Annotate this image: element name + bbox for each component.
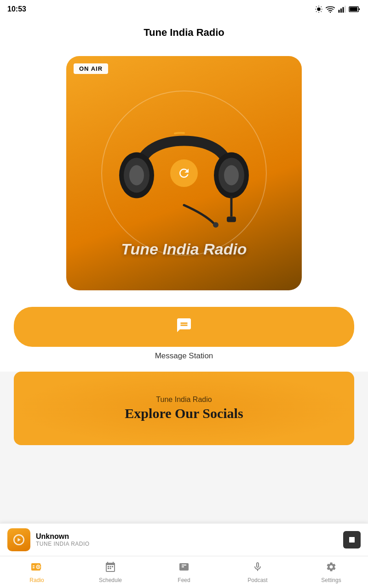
- nav-item-settings[interactable]: Settings: [294, 558, 368, 587]
- nav-item-podcast[interactable]: Podcast: [221, 558, 294, 587]
- radio-nav-icon: [31, 561, 42, 575]
- wifi-icon: [326, 5, 335, 13]
- status-bar: 10:53: [0, 0, 368, 18]
- svg-point-0: [317, 7, 321, 11]
- gear-icon: [326, 561, 337, 572]
- display-icon: [315, 5, 323, 13]
- podcast-nav-icon: [252, 561, 263, 575]
- player-track-name: Unknown: [36, 532, 338, 541]
- svg-rect-4: [343, 7, 344, 13]
- podcast-nav-label: Podcast: [247, 577, 267, 583]
- svg-rect-8: [350, 7, 357, 11]
- main-content: ON AIR: [0, 47, 368, 526]
- schedule-nav-label: Schedule: [99, 577, 122, 583]
- player-bar: Unknown TUNE INDIA RADIO: [0, 523, 368, 556]
- player-info: Unknown TUNE INDIA RADIO: [36, 532, 338, 547]
- social-section[interactable]: Tune India Radio Explore Our Socials: [14, 372, 354, 445]
- settings-nav-icon: [326, 561, 337, 575]
- chat-bubble-icon: [176, 317, 192, 334]
- bottom-nav: Radio Schedule Feed: [0, 556, 368, 588]
- header: Tune India Radio: [0, 18, 368, 47]
- signal-icon: [338, 5, 346, 13]
- radio-card: ON AIR: [66, 56, 302, 290]
- radio-icon: [31, 561, 42, 572]
- nav-item-schedule[interactable]: Schedule: [74, 558, 147, 587]
- settings-nav-label: Settings: [321, 577, 341, 583]
- player-avatar-icon: [12, 532, 26, 547]
- player-stop-button[interactable]: [343, 531, 361, 548]
- svg-rect-19: [108, 566, 109, 567]
- player-avatar: [7, 528, 30, 551]
- feed-nav-icon: [178, 561, 190, 575]
- status-time: 10:53: [7, 5, 26, 13]
- calendar-icon: [105, 561, 116, 572]
- svg-rect-22: [108, 568, 109, 569]
- svg-point-11: [129, 165, 144, 185]
- svg-point-1: [330, 11, 331, 12]
- feed-nav-label: Feed: [178, 577, 190, 583]
- svg-rect-18: [349, 537, 355, 543]
- mic-icon: [252, 561, 263, 572]
- svg-rect-7: [358, 8, 360, 10]
- svg-point-14: [224, 165, 239, 185]
- svg-rect-21: [112, 566, 113, 567]
- message-section: Message Station: [0, 300, 368, 372]
- player-station-name: TUNE INDIA RADIO: [36, 541, 338, 547]
- reload-button[interactable]: [170, 159, 198, 187]
- scroll-spacer: [0, 452, 368, 526]
- nav-item-feed[interactable]: Feed: [147, 558, 221, 587]
- svg-rect-5: [345, 6, 346, 13]
- message-station-button[interactable]: [14, 307, 354, 347]
- reload-icon: [177, 166, 191, 180]
- radio-nav-label: Radio: [29, 577, 44, 583]
- chat-icon: [176, 317, 192, 337]
- social-title: Explore Our Socials: [125, 406, 243, 421]
- svg-rect-2: [339, 10, 340, 13]
- radio-name-overlay: Tune India Radio: [66, 240, 302, 258]
- svg-rect-20: [110, 566, 111, 567]
- svg-rect-17: [227, 216, 236, 222]
- stop-icon: [348, 536, 356, 544]
- nav-item-radio[interactable]: Radio: [0, 558, 74, 587]
- social-station-name: Tune India Radio: [156, 396, 212, 404]
- svg-rect-23: [110, 568, 111, 569]
- svg-point-15: [213, 222, 218, 227]
- page-title: Tune India Radio: [144, 27, 224, 38]
- radio-card-container: ON AIR: [0, 47, 368, 300]
- schedule-nav-icon: [105, 561, 116, 575]
- feed-icon: [178, 561, 190, 572]
- battery-icon: [349, 5, 361, 13]
- message-station-label: Message Station: [14, 347, 354, 368]
- status-icons: [315, 5, 361, 13]
- svg-rect-3: [340, 9, 342, 13]
- on-air-badge: ON AIR: [74, 63, 108, 74]
